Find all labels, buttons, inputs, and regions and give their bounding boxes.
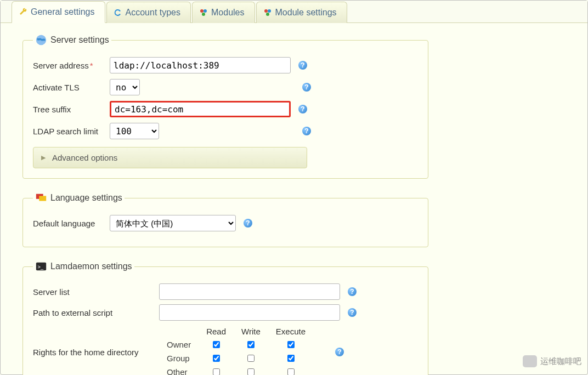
advanced-options-label: Advanced options [52, 153, 117, 162]
tab-account-types[interactable]: Account types [106, 2, 191, 23]
tab-general[interactable]: General settings [12, 1, 105, 23]
rights-table: Read Write Execute Owner Group [159, 325, 313, 375]
tab-label: General settings [31, 7, 95, 17]
lamdaemon-settings-group: >_ Lamdaemon settings Server list ? Path… [22, 260, 428, 375]
help-icon[interactable]: ? [335, 348, 344, 356]
tab-body: Server settings Server address* ? Activa… [1, 23, 587, 375]
help-icon[interactable]: ? [298, 105, 307, 113]
ldap-limit-row: LDAP search limit 100 ? [33, 123, 418, 139]
tab-label: Module settings [275, 8, 337, 18]
col-exec: Execute [268, 325, 313, 338]
tab-label: Modules [211, 8, 244, 18]
modules-icon [263, 8, 272, 17]
chk-owner-write[interactable] [247, 341, 255, 348]
rights-row-owner: Owner [159, 338, 313, 351]
server-address-row: Server address* ? [33, 57, 418, 73]
svg-point-0 [200, 9, 203, 13]
flags-icon [35, 192, 47, 204]
server-settings-group: Server settings Server address* ? Activa… [22, 34, 428, 179]
col-read: Read [199, 325, 234, 338]
help-icon[interactable]: ? [302, 83, 311, 92]
lamdaemon-settings-legend: >_ Lamdaemon settings [33, 260, 134, 272]
server-list-label: Server list [33, 287, 159, 297]
wrench-icon [19, 8, 27, 16]
language-settings-legend: Language settings [33, 192, 125, 204]
server-settings-legend: Server settings [33, 34, 111, 46]
tree-suffix-label: Tree suffix [33, 105, 110, 114]
rights-row-group: Group [159, 351, 313, 365]
ldap-limit-select[interactable]: 100 [110, 123, 159, 139]
script-path-input[interactable] [159, 304, 340, 321]
svg-point-1 [203, 9, 207, 13]
advanced-options-toggle[interactable]: ▶ Advanced options [33, 147, 307, 168]
server-address-label: Server address* [33, 61, 110, 70]
help-icon[interactable]: ? [348, 287, 357, 296]
activate-tls-row: Activate TLS no ? [33, 79, 418, 95]
chevron-right-icon: ▶ [41, 154, 46, 161]
tab-modules[interactable]: Modules [192, 2, 255, 23]
server-address-input[interactable] [110, 57, 291, 73]
chk-other-write[interactable] [247, 368, 255, 375]
watermark: 运维咖啡吧 [523, 355, 581, 367]
svg-point-5 [266, 13, 269, 16]
terminal-icon: >_ [35, 260, 47, 272]
help-icon[interactable]: ? [302, 127, 311, 135]
tab-module-settings[interactable]: Module settings [256, 2, 347, 23]
chk-group-execute[interactable] [287, 355, 295, 362]
svg-text:>_: >_ [38, 264, 44, 270]
chk-group-read[interactable] [213, 355, 220, 362]
wechat-icon [523, 355, 537, 367]
svg-point-3 [264, 9, 268, 13]
language-settings-group: Language settings Default language 简体中文 … [22, 192, 428, 247]
default-language-label: Default language [33, 219, 110, 228]
rights-label: Rights for the home directory [33, 348, 159, 357]
help-icon[interactable]: ? [348, 308, 357, 317]
tree-suffix-row: Tree suffix ? [33, 101, 418, 117]
modules-icon [199, 8, 208, 17]
chk-group-write[interactable] [247, 355, 255, 362]
rights-row: Rights for the home directory Read Write… [33, 325, 418, 375]
chk-owner-read[interactable] [213, 341, 220, 348]
ldap-limit-label: LDAP search limit [33, 127, 110, 136]
activate-tls-select[interactable]: no [110, 79, 140, 95]
help-icon[interactable]: ? [298, 61, 307, 70]
svg-rect-8 [39, 196, 46, 201]
refresh-icon [114, 8, 122, 17]
script-path-row: Path to external script ? [33, 304, 418, 321]
svg-point-4 [268, 9, 271, 13]
chk-other-read[interactable] [213, 368, 220, 375]
svg-point-2 [202, 13, 205, 16]
default-language-select[interactable]: 简体中文 (中国) [110, 215, 236, 231]
tab-bar: General settings Account types Modules M… [1, 1, 587, 23]
server-list-row: Server list ? [33, 283, 418, 300]
help-icon[interactable]: ? [244, 219, 252, 228]
chk-owner-execute[interactable] [287, 341, 295, 348]
globe-icon [35, 34, 47, 46]
default-language-row: Default language 简体中文 (中国) ? [33, 215, 418, 231]
script-path-label: Path to external script [33, 308, 159, 317]
tree-suffix-input[interactable] [110, 101, 291, 117]
activate-tls-label: Activate TLS [33, 83, 110, 92]
server-list-input[interactable] [159, 283, 340, 300]
col-write: Write [234, 325, 268, 338]
tab-label: Account types [126, 8, 181, 18]
chk-other-execute[interactable] [287, 368, 295, 375]
rights-row-other: Other [159, 365, 313, 375]
